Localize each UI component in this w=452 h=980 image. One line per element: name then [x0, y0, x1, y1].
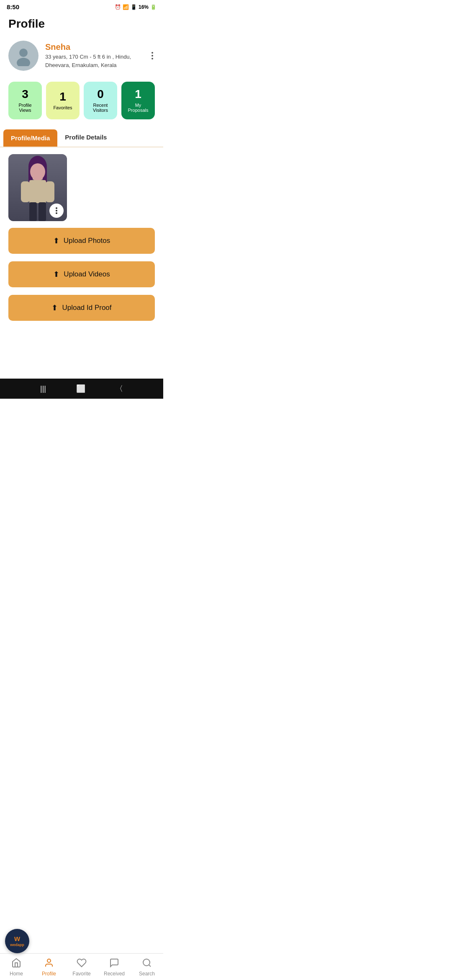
battery-text: 16%	[139, 4, 149, 10]
tab-profile-details[interactable]: Profile Details	[57, 128, 114, 147]
svg-point-1	[17, 58, 30, 66]
stat-proposals-label: My Proposals	[126, 103, 151, 113]
stat-recent-visitors-label: Recent Visitors	[88, 103, 113, 113]
stat-recent-visitors-number: 0	[97, 88, 104, 100]
status-time: 8:50	[7, 3, 19, 10]
stat-profile-views[interactable]: 3 Profile Views	[8, 82, 42, 119]
status-bar: 8:50 ⏰ 📶 📱 16% 🔋	[0, 0, 163, 12]
upload-photos-icon: ⬆	[53, 236, 59, 245]
stat-profile-views-number: 3	[22, 88, 28, 100]
upload-photos-label: Upload Photos	[64, 237, 110, 245]
stat-favorites-number: 1	[59, 91, 66, 103]
upload-id-proof-button[interactable]: ⬆ Upload Id Proof	[8, 295, 155, 321]
page-header: Profile	[0, 12, 163, 34]
upload-videos-button[interactable]: ⬆ Upload Videos	[8, 261, 155, 287]
upload-id-icon: ⬆	[51, 303, 58, 312]
stat-recent-visitors[interactable]: 0 Recent Visitors	[84, 82, 117, 119]
profile-info: Sneha 33 years, 170 Cm - 5 ft 6 in , Hin…	[45, 42, 155, 69]
battery-icon: 🔋	[150, 4, 157, 10]
profile-name: Sneha	[45, 42, 155, 52]
svg-rect-9	[29, 180, 46, 203]
profile-card: Sneha 33 years, 170 Cm - 5 ft 6 in , Hin…	[0, 34, 163, 77]
profile-details: 33 years, 170 Cm - 5 ft 6 in , Hindu, Dh…	[45, 53, 155, 69]
stat-my-proposals[interactable]: 1 My Proposals	[121, 82, 155, 119]
stat-favorites[interactable]: 1 Favorites	[46, 82, 80, 119]
page-title: Profile	[8, 17, 155, 31]
upload-videos-icon: ⬆	[53, 270, 59, 279]
stats-grid: 3 Profile Views 1 Favorites 0 Recent Vis…	[0, 77, 163, 128]
alarm-icon: ⏰	[115, 4, 121, 10]
dot2	[152, 55, 153, 57]
upload-videos-label: Upload Videos	[64, 270, 110, 279]
upload-section: ⬆ Upload Photos ⬆ Upload Videos ⬆ Upload…	[0, 228, 163, 321]
sys-nav-recent[interactable]: |||	[40, 384, 46, 393]
sys-nav-back[interactable]: 〈	[116, 384, 123, 394]
svg-rect-10	[21, 181, 30, 202]
status-icons: ⏰ 📶 📱 16% 🔋	[115, 4, 157, 10]
upload-id-label: Upload Id Proof	[62, 304, 111, 312]
svg-point-0	[19, 49, 28, 57]
system-nav-bar: ||| ⬜ 〈	[0, 379, 163, 399]
dot3	[152, 58, 153, 59]
photo-section	[0, 147, 163, 228]
photo-thumbnail[interactable]	[8, 154, 67, 221]
photo-menu-button[interactable]	[49, 204, 64, 218]
stat-favorites-label: Favorites	[53, 105, 72, 110]
svg-rect-13	[39, 202, 46, 221]
more-options-button[interactable]	[148, 49, 157, 63]
signal-icon: 📱	[131, 4, 137, 10]
stat-profile-views-label: Profile Views	[13, 103, 38, 113]
sys-nav-home[interactable]: ⬜	[76, 384, 85, 393]
avatar	[8, 41, 39, 71]
svg-point-8	[30, 163, 45, 180]
wifi-icon: 📶	[123, 4, 129, 10]
dot1	[152, 52, 153, 54]
tab-profile-media[interactable]: Profile/Media	[3, 129, 57, 147]
stat-proposals-number: 1	[135, 88, 141, 100]
svg-rect-12	[29, 202, 37, 221]
svg-rect-11	[45, 181, 54, 202]
upload-photos-button[interactable]: ⬆ Upload Photos	[8, 228, 155, 254]
tabs: Profile/Media Profile Details	[0, 128, 163, 147]
